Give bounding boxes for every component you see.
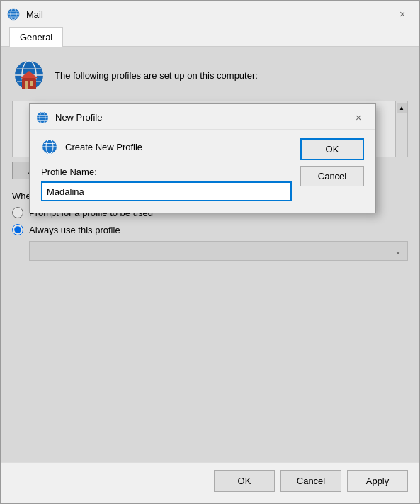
bottom-bar: OK Cancel Apply (1, 462, 419, 503)
apply-button[interactable]: Apply (347, 470, 408, 492)
main-window: Mail × General The following profiles ar (0, 0, 420, 504)
title-bar-left: Mail (6, 7, 43, 21)
dialog-title-bar: New Profile × (30, 104, 375, 130)
tab-bar: General (1, 26, 419, 47)
create-row: Create New Profile (41, 138, 292, 155)
ok-button[interactable]: OK (214, 470, 275, 492)
content-area: The following profiles are set up on thi… (1, 47, 419, 462)
dialog-close-button[interactable]: × (350, 109, 367, 126)
create-profile-icon (41, 138, 58, 155)
dialog-title-left: New Profile (35, 111, 102, 125)
profile-name-label: Profile Name: (41, 167, 292, 177)
dialog-body: Create New Profile Profile Name: OK Canc… (30, 130, 375, 213)
dialog-title-text: New Profile (55, 112, 102, 123)
mail-icon (6, 7, 21, 21)
modal-overlay: New Profile × (1, 47, 419, 462)
cancel-button[interactable]: Cancel (280, 470, 341, 492)
dialog-cancel-button[interactable]: Cancel (300, 166, 364, 186)
new-profile-dialog: New Profile × (29, 103, 376, 213)
dialog-left: Create New Profile Profile Name: (41, 138, 292, 201)
tab-general[interactable]: General (9, 27, 63, 47)
window-close-button[interactable]: × (394, 6, 411, 23)
profile-name-input[interactable] (41, 181, 292, 201)
title-bar: Mail × (1, 1, 419, 26)
dialog-right: OK Cancel (300, 138, 364, 201)
dialog-mail-icon (35, 111, 50, 125)
create-profile-text: Create New Profile (65, 142, 142, 152)
window-title: Mail (26, 9, 43, 20)
dialog-ok-button[interactable]: OK (300, 138, 364, 160)
